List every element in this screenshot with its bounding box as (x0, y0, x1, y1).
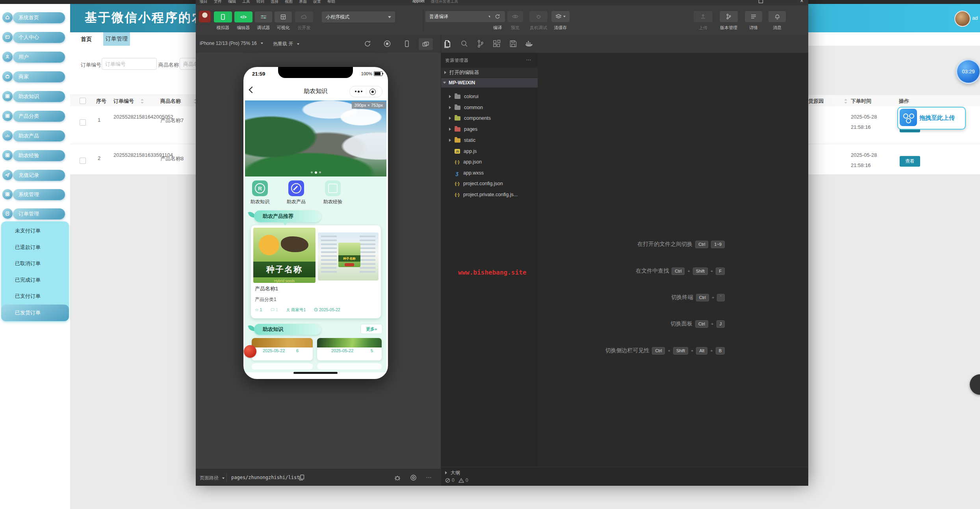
carousel-dots[interactable] (243, 171, 388, 174)
activity-docker-icon[interactable] (525, 41, 534, 48)
menu-experience-icon[interactable] (325, 180, 341, 196)
activity-extensions-icon[interactable] (493, 40, 501, 49)
tree-folder-static[interactable]: static (441, 136, 538, 145)
capsule-button[interactable] (349, 86, 382, 97)
sidebar-item-category[interactable]: 产品分类 (13, 111, 65, 122)
menu-tools[interactable]: 工具 (242, 0, 250, 4)
product-card[interactable]: 种子名称 Hybrid seeds 种子名称 产品名称1 产品分类1 ☆1 1 … (251, 225, 381, 318)
submenu-completed[interactable]: 已完成订单 (1, 277, 83, 284)
mode-dropdown[interactable]: 小程序模式 (322, 11, 395, 22)
menu-edit[interactable]: 编辑 (228, 0, 236, 4)
editor-toggle[interactable]: </> (234, 11, 252, 22)
debugger-toggle[interactable] (255, 11, 272, 22)
hot-reload-selector[interactable]: 热重载 开 (273, 41, 299, 47)
compile-mode-dropdown[interactable]: 普通编译 (425, 11, 496, 22)
warning-count[interactable]: 0 (458, 477, 468, 483)
view-button[interactable]: 查看 (900, 156, 920, 167)
menu-file[interactable]: 文件 (214, 0, 222, 4)
menu-ui[interactable]: 界面 (299, 0, 307, 4)
explorer-more-icon[interactable]: … (526, 55, 532, 61)
record-icon[interactable] (383, 40, 391, 49)
sidebar-item-merchant[interactable]: 商家 (13, 71, 65, 82)
col-product[interactable]: 商品名称 (160, 98, 181, 105)
compile-button[interactable] (490, 11, 505, 22)
statusbar-more-icon[interactable]: … (426, 472, 432, 479)
menu-view[interactable]: 视图 (285, 0, 293, 4)
menu-knowledge-icon[interactable]: R (252, 180, 268, 196)
upload-tooltip[interactable]: 拖拽至此上传 (897, 107, 966, 130)
detach-window-icon[interactable] (419, 38, 433, 50)
detail-button[interactable] (745, 11, 762, 22)
menu-experience-label[interactable]: 助农经验 (321, 199, 345, 205)
col-order-no[interactable]: 订单编号 (113, 98, 134, 105)
device-selector[interactable]: iPhone 12/13 (Pro) 75% 16 (200, 41, 263, 46)
col-time[interactable]: 下单时间 (851, 98, 871, 105)
product-merchant[interactable]: 商家号1 (286, 307, 306, 313)
simulator-toggle[interactable] (214, 11, 232, 22)
avatar[interactable] (954, 11, 971, 27)
col-index[interactable]: 序号 (96, 98, 106, 105)
knowledge-card[interactable]: 2025-05-22 5 (317, 338, 382, 360)
devtools-avatar[interactable] (199, 11, 211, 22)
sort-icon[interactable] (141, 99, 144, 104)
sidebar-item-orders[interactable]: 订单管理 (13, 208, 65, 219)
tree-file-appjs[interactable]: JS app.js (441, 147, 538, 156)
menu-product-label[interactable]: 助农产品 (284, 199, 308, 205)
row-checkbox[interactable] (80, 158, 86, 164)
copy-path-icon[interactable] (299, 474, 304, 482)
menu-product-icon[interactable] (288, 180, 304, 196)
submenu-paid[interactable]: 已支付订单 (1, 293, 83, 300)
visual-toggle[interactable] (275, 11, 292, 22)
product-likes[interactable]: ☆1 (255, 307, 262, 312)
col-reason[interactable]: 货原因 (808, 98, 824, 105)
tree-folder-pages[interactable]: pages (441, 124, 538, 134)
submenu-cancelled[interactable]: 已取消订单 (1, 260, 83, 267)
more-button[interactable]: 更多» (360, 324, 382, 334)
activity-git-icon[interactable] (477, 39, 484, 50)
tree-file-privateconfig[interactable]: {·} project.private.config.js... (441, 190, 538, 199)
outline-chevron-icon[interactable] (445, 471, 447, 474)
menu-help[interactable]: 帮助 (327, 0, 335, 4)
product-comments[interactable]: 1 (271, 307, 278, 312)
menu-project[interactable]: 项目 (200, 0, 208, 4)
banner-image[interactable] (245, 100, 386, 176)
message-button[interactable] (768, 11, 786, 22)
menu-goto[interactable]: 转到 (256, 0, 264, 4)
menu-settings[interactable]: 设置 (313, 0, 321, 4)
menu-knowledge-label[interactable]: 助农知识 (248, 199, 272, 205)
activity-search-icon[interactable] (460, 40, 468, 49)
filter-order-input[interactable] (102, 58, 157, 70)
floating-button[interactable] (970, 374, 980, 395)
clear-cache-button[interactable] (551, 11, 570, 22)
capsule-home-icon[interactable] (369, 89, 376, 95)
menu-select[interactable]: 选择 (271, 0, 278, 4)
path-selector[interactable]: 页面路径 (200, 475, 225, 481)
sidebar-item-system[interactable]: 系统管理 (13, 189, 65, 200)
submenu-refunded[interactable]: 已退款订单 (1, 244, 83, 251)
error-count[interactable]: 0 (445, 477, 455, 483)
phone-mode-icon[interactable] (403, 40, 411, 49)
maximize-icon[interactable] (759, 0, 763, 3)
version-button[interactable] (720, 11, 738, 22)
close-icon[interactable]: ✕ (800, 0, 804, 4)
statusbar-bug-icon[interactable] (394, 474, 401, 483)
tree-file-appwxss[interactable]: ʒ app.wxss (441, 168, 538, 178)
project-root-row[interactable]: MP-WEIXIN (441, 78, 538, 87)
outline-label[interactable]: 大纲 (451, 470, 460, 476)
activity-save-icon[interactable] (509, 40, 517, 49)
submenu-shipped-active[interactable]: 已发货订单 (1, 305, 69, 321)
row-checkbox[interactable] (80, 119, 86, 126)
sidebar-item-recharge[interactable]: 充值记录 (13, 170, 65, 181)
sidebar-item-profile[interactable]: 个人中心 (13, 32, 65, 43)
activity-files-icon[interactable] (443, 39, 452, 50)
sort-icon[interactable] (844, 99, 847, 104)
more-dots-icon[interactable] (355, 91, 362, 93)
tree-folder-colorui[interactable]: colorui (441, 92, 538, 101)
select-all-checkbox[interactable] (80, 98, 86, 104)
tree-file-projectconfig[interactable]: {·} project.config.json (441, 179, 538, 188)
statusbar-eye-icon[interactable] (410, 474, 417, 483)
tree-folder-common[interactable]: common (441, 103, 538, 112)
sidebar-item-product[interactable]: 助农产品 (13, 130, 65, 141)
submenu-unpaid[interactable]: 未支付订单 (1, 227, 83, 234)
tab-order-active[interactable]: 订单管理 (103, 32, 130, 46)
